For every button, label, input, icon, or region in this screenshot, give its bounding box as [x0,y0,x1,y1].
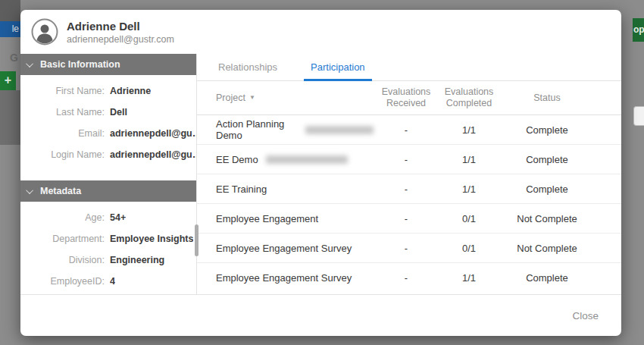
section-header-metadata[interactable]: Metadata [20,180,196,202]
field-value: Adrienne [110,86,151,96]
user-profile-modal: Adrienne Dell adriennepdell@gustr.com Ba… [20,10,621,336]
background-dark-corner [0,0,20,21]
tab-bar: RelationshipsParticipation [197,54,621,81]
project-name: Employee Engagement Survey [216,243,352,254]
field-label: Last Name: [20,107,110,118]
field-label: First Name: [20,86,110,96]
profile-field: Age:54+ [20,212,196,234]
column-header-label: Evaluations Completed [445,86,494,108]
evaluations-completed-cell: 1/1 [439,154,499,165]
project-name: Employee Engagement [216,213,318,224]
evaluations-received-cell: - [374,183,439,195]
table-row[interactable]: Employee Engagement Survey-1/1Complete [197,263,621,293]
column-header-project[interactable]: Project▼ [216,93,374,104]
project-cell: Employee Engagement Survey [216,272,374,284]
profile-sidebar: Basic InformationFirst Name:AdrienneLast… [20,54,197,294]
project-name: EE Demo [216,154,258,165]
status-cell: Not Complete [499,243,595,254]
tab-participation[interactable]: Participation [308,54,367,80]
evaluations-completed-cell: 1/1 [439,124,499,136]
field-label: Age: [20,212,110,223]
project-cell: Employee Engagement Survey [216,243,374,254]
section-title: Basic Information [40,59,120,70]
project-cell: Action Planning Demo [216,118,374,141]
user-identity: Adrienne Dell adriennepdell@gustr.com [67,19,174,45]
field-label: Division: [20,255,110,265]
evaluations-received-cell: - [374,154,439,165]
background-field-fragment [633,106,644,126]
user-email: adriennepdell@gustr.com [67,33,174,45]
user-name: Adrienne Dell [67,19,174,33]
project-cell: Employee Engagement [216,213,374,224]
redacted-text [266,155,348,164]
field-value: Engineering [110,255,164,265]
modal-body: Basic InformationFirst Name:AdrienneLast… [20,54,621,294]
profile-field: Email:adriennepdell@gu… [20,128,196,149]
evaluations-received-cell: - [374,124,439,136]
background-right-button-fragment: op [633,18,644,42]
chevron-down-icon [26,187,33,194]
column-header-status[interactable]: Status [499,93,595,104]
field-value: adriennepdell@gu… [110,149,196,160]
redacted-text [305,126,374,134]
background-logo-letter: G [0,50,18,65]
profile-field: Login Name:adriennepdell@gu… [20,149,196,171]
table-row[interactable]: Employee Engagement-0/1Not Complete [197,204,621,234]
tab-relationships[interactable]: Relationships [216,54,280,80]
sidebar-scrollbar[interactable] [195,224,199,256]
table-row[interactable]: Employee Engagement Survey-0/1Not Comple… [197,234,621,263]
column-header-label: Status [533,93,560,103]
status-cell: Complete [499,154,595,165]
evaluations-completed-cell: 0/1 [439,213,499,224]
field-label: Email: [20,128,110,139]
field-value: adriennepdell@gu… [110,128,196,139]
section-fields-metadata: Age:54+Department:Employee InsightsDivis… [20,202,196,307]
field-label: EmployeeID: [20,276,110,287]
project-cell: EE Demo [216,154,374,165]
table-row[interactable]: EE Training-1/1Complete [197,174,621,204]
background-add-button-fragment: + [0,71,16,90]
field-value: Dell [110,107,127,118]
field-label: Login Name: [20,149,110,160]
profile-field: EmployeeID:4 [20,276,196,297]
field-value: 4 [110,276,115,287]
table-row[interactable]: EE Demo-1/1Complete [197,145,621,174]
evaluations-completed-cell: 1/1 [439,183,499,195]
project-cell: EE Training [216,183,374,195]
section-header-basic-information[interactable]: Basic Information [20,54,196,75]
table-header-row: Project▼Evaluations ReceivedEvaluations … [197,81,621,115]
profile-field: Last Name:Dell [20,107,196,128]
participation-table: Project▼Evaluations ReceivedEvaluations … [197,81,621,294]
sort-descending-icon: ▼ [249,92,255,103]
evaluations-received-cell: - [374,243,439,254]
status-cell: Not Complete [499,213,595,224]
modal-header: Adrienne Dell adriennepdell@gustr.com [20,10,621,54]
status-cell: Complete [499,124,595,136]
column-header-evaluations-received[interactable]: Evaluations Received [374,86,439,109]
profile-field: First Name:Adrienne [20,86,196,107]
chevron-down-icon [26,60,33,67]
profile-field: Division:Engineering [20,255,196,276]
column-header-evaluations-completed[interactable]: Evaluations Completed [439,86,499,109]
column-header-label: Project [216,93,245,104]
section-title: Metadata [40,186,81,196]
status-cell: Complete [499,183,595,195]
close-button[interactable]: Close [564,306,606,326]
participation-panel: RelationshipsParticipation Project▼Evalu… [197,54,621,294]
field-label: Department: [20,234,110,244]
field-value: Employee Insights [110,234,193,244]
evaluations-completed-cell: 1/1 [439,272,499,284]
field-value: 54+ [110,212,126,223]
background-nav-button-fragment: le [0,21,20,37]
project-name: EE Training [216,183,267,195]
table-row[interactable]: Action Planning Demo-1/1Complete [197,115,621,145]
evaluations-completed-cell: 0/1 [439,243,499,254]
section-fields-basic-information: First Name:AdrienneLast Name:DellEmail:a… [20,75,196,180]
column-header-label: Evaluations Received [382,86,431,108]
status-cell: Complete [499,272,595,284]
project-name: Employee Engagement Survey [216,272,352,284]
evaluations-received-cell: - [374,272,439,284]
user-avatar-icon [31,18,58,45]
project-name: Action Planning Demo [216,118,298,141]
profile-field: Department:Employee Insights [20,234,196,255]
